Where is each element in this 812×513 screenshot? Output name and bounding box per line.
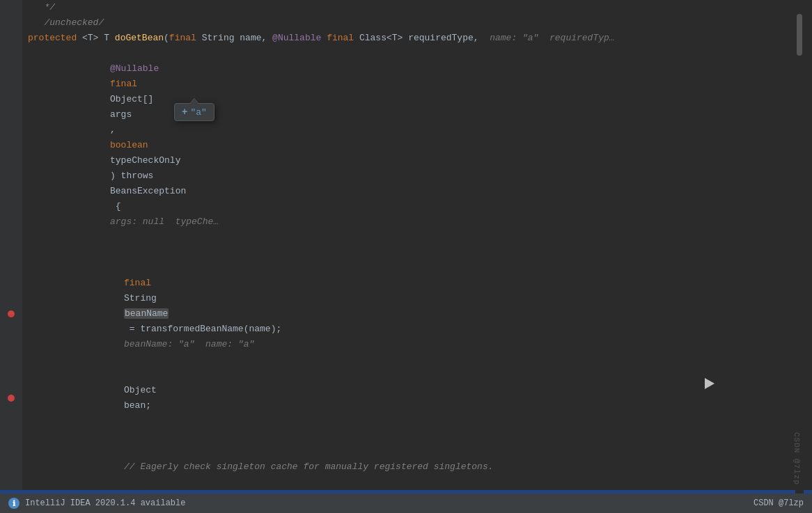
scrollbar-thumb[interactable] [797,14,802,56]
gutter-object-bean [0,368,22,429]
type-t: <T> T [82,31,115,46]
gutter-blank2 [0,429,22,444]
code-area: */ /unchecked/ protected <T> T doGetBean… [0,0,812,513]
annotation-nullable2: @Nullable [110,63,164,74]
var-bean: bean; [124,400,151,411]
indent-object-bean: Object bean; [70,368,162,429]
content-blank2 [22,429,812,444]
comma1: , [262,31,273,46]
editor-container: */ /unchecked/ protected <T> T doGetBean… [0,0,812,513]
hint-beanname: beanName: "a" name: "a" [124,339,254,349]
status-right-label: CSDN @7lzp [754,498,804,508]
line-content-dogetbean: protected <T> T doGetBean ( final String… [22,31,812,46]
content-blank1 [22,245,812,260]
gutter-nullable [0,46,22,245]
line-content-star: */ [22,0,812,15]
cursor-arrow [705,378,715,389]
indent-beanname: final String beanName = transformedBeanN… [70,260,292,368]
line-dogetbean: protected <T> T doGetBean ( final String… [0,31,812,46]
kw-boolean: boolean [110,140,153,150]
line-content-beanname: final String beanName = transformedBeanN… [22,260,812,368]
kw-final1: final [169,31,202,46]
type-object: Object [124,385,162,395]
line-unchecked: /unchecked/ [0,15,812,31]
gutter-dogetbean [0,31,22,46]
param-typecheckonly: typeCheckOnly [110,155,180,166]
method-dogetbean: doGetBean [115,31,164,46]
throws-clause: ) throws [110,171,159,181]
line-comment-star: */ [0,0,812,15]
line-beanname-decl: final String beanName = transformedBeanN… [0,260,812,368]
assign: = transformedBeanName(name); [124,324,292,334]
kw-final4: final [124,278,157,288]
annotation-nullable1: @Nullable [272,31,327,46]
breakpoint-beanname [8,310,15,317]
indent-nullable: @Nullable final Object[] args , boolean … [56,46,219,245]
indent-comment-eagerly: // Eagerly check singleton cache for man… [70,444,494,490]
kw-final3: final [110,79,143,89]
type-class: Class<T> [359,31,408,46]
comment-unchecked: /unchecked/ [28,15,104,31]
param-requiredtype: requiredType [408,31,474,46]
param-args: args [110,109,132,120]
kw-protected: protected [28,31,82,46]
line-nullable-args: @Nullable final Object[] args , boolean … [0,46,812,245]
tooltip-value: "a" [190,107,206,118]
type-objarray: Object[] [110,94,159,104]
blank-line-1 [0,245,812,260]
gutter-beanname [0,260,22,368]
paren-open: ( [164,31,169,46]
line-comment-eagerly: // Eagerly check singleton cache for man… [0,444,812,490]
comma3: , [110,125,121,135]
status-left: ℹ IntelliJ IDEA 2020.1.4 available [8,498,185,509]
tooltip-plus-icon: + [182,106,187,118]
type-string: String [202,31,240,46]
line-content-comment-eagerly: // Eagerly check singleton cache for man… [22,444,812,490]
info-icon: ℹ [8,498,19,509]
var-beanname-hl: beanName [124,308,169,319]
comma2: , [474,31,490,46]
right-edge [795,0,804,494]
gutter-comment-eagerly [0,444,22,490]
line-object-bean: Object bean; [0,368,812,429]
param-name: name [240,31,261,46]
line-content-object-bean: Object bean; [22,368,812,429]
cursor [705,376,715,391]
hint-args-null: args: null typeChe… [110,216,219,227]
kw-final2: final [327,31,359,46]
line-content-unchecked: /unchecked/ [22,15,812,31]
type-string2: String [124,293,162,303]
status-bar: ℹ IntelliJ IDEA 2020.1.4 available CSDN … [0,494,812,513]
csdn-watermark: CSDN @7lzp [793,432,801,485]
tooltip-popup[interactable]: + "a" [174,103,214,121]
status-message: IntelliJ IDEA 2020.1.4 available [25,498,185,508]
gutter-star [0,0,22,15]
brace-open: { [110,201,132,212]
gutter-blank1 [0,245,22,260]
gutter-unchecked [0,15,22,31]
type-beansexception: BeansException [110,186,186,196]
line-content-nullable: @Nullable final Object[] args , boolean … [22,46,812,245]
blank-line-2 [0,429,812,444]
comment-star: */ [28,0,55,15]
comment-eagerly: // Eagerly check singleton cache for man… [124,461,494,472]
breakpoint-object-bean [8,395,15,402]
hint-name-a: name: "a" requiredTyp… [490,31,614,46]
